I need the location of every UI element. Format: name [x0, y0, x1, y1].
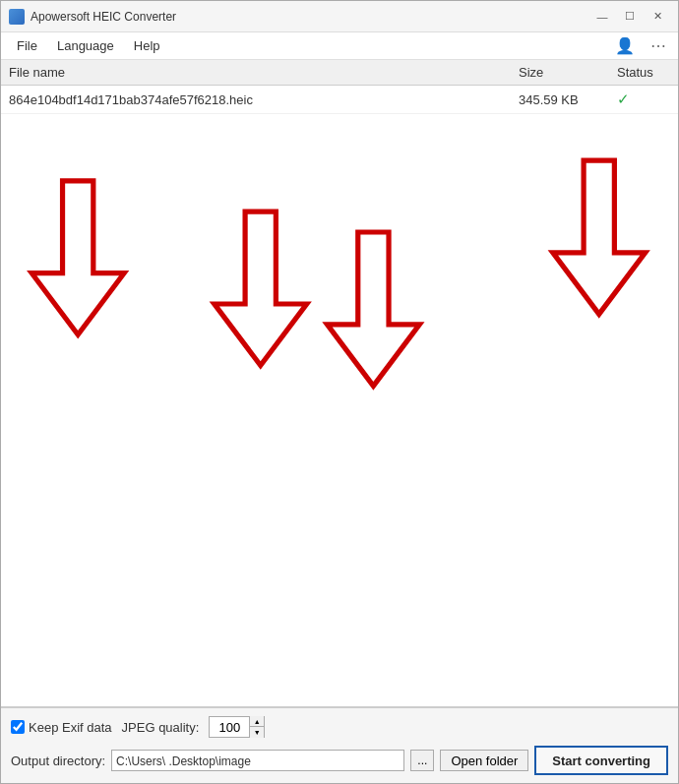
title-bar: Apowersoft HEIC Converter — ☐ ✕ — [1, 1, 678, 32]
arrows-overlay — [1, 114, 678, 707]
table-row: 864e104bdf14d171bab374afe57f6218.heic 34… — [1, 86, 678, 114]
file-table-container: File name Size Status 864e104bdf14d171ba… — [1, 60, 678, 707]
svg-marker-1 — [215, 211, 307, 365]
svg-marker-0 — [31, 181, 124, 334]
options-row: Keep Exif data JPEG quality: ▲ ▼ — [11, 716, 668, 738]
col-header-status: Status — [609, 60, 678, 86]
maximize-button[interactable]: ☐ — [617, 7, 643, 27]
col-header-filename: File name — [1, 60, 511, 86]
menu-bar: File Language Help 👤 ⋯ — [1, 32, 678, 60]
app-logo — [9, 9, 25, 25]
user-icon[interactable]: 👤 — [611, 34, 639, 57]
quality-spin-down[interactable]: ▼ — [250, 727, 264, 738]
menu-right: 👤 ⋯ — [611, 34, 670, 57]
output-row: Output directory: C:\Users\ .Desktop\ima… — [11, 746, 668, 775]
arrow-1 — [31, 181, 124, 334]
exif-label-text: Keep Exif data — [29, 720, 112, 735]
table-body: 864e104bdf14d171bab374afe57f6218.heic 34… — [1, 86, 678, 114]
menu-help[interactable]: Help — [126, 36, 168, 55]
quality-label-text: JPEG quality: — [122, 720, 200, 735]
quality-spin-up[interactable]: ▲ — [250, 716, 264, 727]
output-path-display: C:\Users\ .Desktop\image — [111, 750, 404, 771]
table-header-row: File name Size Status — [1, 60, 678, 86]
exif-checkbox-label[interactable]: Keep Exif data — [11, 720, 112, 735]
menu-left: File Language Help — [9, 36, 168, 55]
menu-file[interactable]: File — [9, 36, 45, 55]
cell-status: ✓ — [609, 86, 678, 114]
arrow-4 — [553, 160, 646, 314]
exif-checkbox[interactable] — [11, 720, 25, 734]
arrow-3 — [327, 232, 419, 386]
cell-size: 345.59 KB — [511, 86, 609, 114]
main-window: Apowersoft HEIC Converter — ☐ ✕ File Lan… — [0, 0, 679, 784]
status-check-icon: ✓ — [617, 90, 630, 107]
quality-spinners: ▲ ▼ — [249, 716, 264, 738]
app-title: Apowersoft HEIC Converter — [31, 10, 589, 24]
file-table: File name Size Status 864e104bdf14d171ba… — [1, 60, 678, 114]
col-header-size: Size — [511, 60, 609, 86]
cell-filename: 864e104bdf14d171bab374afe57f6218.heic — [1, 86, 511, 114]
chat-icon[interactable]: ⋯ — [647, 34, 670, 57]
close-button[interactable]: ✕ — [645, 7, 670, 27]
output-label-text: Output directory: — [11, 754, 105, 768]
minimize-button[interactable]: — — [589, 7, 615, 27]
menu-language[interactable]: Language — [49, 36, 122, 55]
quality-input-wrap: ▲ ▼ — [209, 716, 265, 738]
bottom-bar: Keep Exif data JPEG quality: ▲ ▼ Output … — [1, 707, 678, 783]
window-controls: — ☐ ✕ — [589, 7, 670, 27]
browse-button[interactable]: ... — [410, 750, 434, 771]
open-folder-button[interactable]: Open folder — [440, 750, 528, 771]
quality-input[interactable] — [210, 717, 249, 737]
arrow-2 — [215, 211, 307, 365]
svg-marker-3 — [553, 160, 646, 314]
svg-marker-2 — [327, 232, 419, 386]
start-converting-button[interactable]: Start converting — [534, 746, 668, 775]
